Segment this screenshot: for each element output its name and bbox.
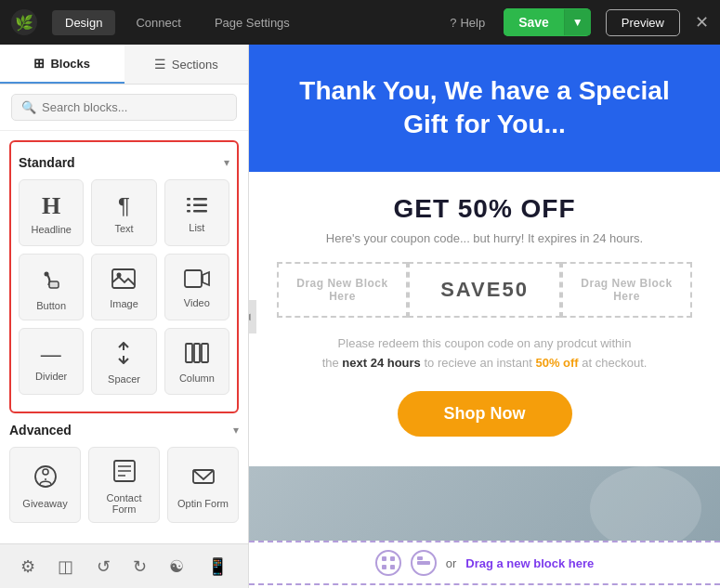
svg-rect-24 [390,556,395,561]
drag-block-left[interactable]: Drag New Block Here [277,262,408,318]
undo-icon[interactable]: ↺ [97,556,111,577]
button-icon [39,267,63,294]
svg-rect-25 [382,565,386,569]
redo-icon[interactable]: ↻ [133,556,147,577]
history-icon[interactable]: ☯ [169,556,184,577]
sections-tab-icon: ☰ [154,57,166,72]
block-divider[interactable]: — Divider [19,328,84,395]
collapse-arrow[interactable]: ◀ [249,300,256,333]
save-dropdown-button[interactable]: ▼ [564,9,591,35]
giveaway-icon [33,464,58,492]
help-button[interactable]: ? Help [450,16,485,30]
block-video[interactable]: Video [164,254,229,320]
search-bar: 🔍 [0,85,248,131]
svg-rect-4 [187,203,190,206]
top-nav: 🌿 Design Connect Page Settings ? Help Sa… [0,0,720,45]
optin-form-label: Optin Form [177,498,229,509]
button-label: Button [36,300,66,311]
standard-header: Standard ▾ [19,155,229,170]
settings-icon[interactable]: ⚙ [20,556,35,577]
drag-or-text: or [446,556,457,570]
svg-rect-1 [193,203,207,206]
headline-label: Headline [31,224,71,235]
hero-title: Thank You, We have a Special Gift for Yo… [286,74,683,142]
blocks-area: Standard ▾ H Headline ¶ Text [0,131,248,543]
left-panel: ⊞ Blocks ☰ Sections 🔍 Standard ▾ [0,45,249,588]
nav-tab-connect[interactable]: Connect [123,10,193,35]
svg-rect-15 [202,344,208,362]
column-icon [185,343,209,367]
layers-icon[interactable]: ◫ [58,556,73,577]
divider-label: Divider [35,371,67,382]
svg-rect-23 [382,556,386,561]
svg-rect-2 [193,210,207,213]
main-layout: ⊞ Blocks ☰ Sections 🔍 Standard ▾ [0,45,720,588]
drag-new-bar: or Drag a new block here [249,541,720,585]
page-hero: Thank You, We have a Special Gift for Yo… [249,45,720,172]
save-group: Save ▼ [504,8,591,36]
page-footer-image [249,466,720,541]
standard-title: Standard [19,155,75,170]
text-label: Text [114,223,133,234]
svg-rect-5 [187,210,190,213]
help-icon: ? [450,16,456,30]
search-input[interactable] [42,100,227,114]
preview-button[interactable]: Preview [606,9,680,36]
page-content: Thank You, We have a Special Gift for Yo… [249,45,720,588]
video-label: Video [184,297,210,308]
nav-tab-design[interactable]: Design [52,10,115,35]
block-spacer[interactable]: Spacer [91,328,156,395]
image-label: Image [110,298,138,309]
panel-tabs: ⊞ Blocks ☰ Sections [0,45,248,85]
coupon-row: Drag New Block Here SAVE50 Drag New Bloc… [277,262,692,318]
standard-blocks-grid: H Headline ¶ Text [19,179,229,395]
search-input-wrap: 🔍 [11,94,237,121]
search-icon: 🔍 [21,100,36,114]
save-button[interactable]: Save [504,8,564,36]
spacer-icon [113,342,134,368]
block-giveaway[interactable]: Giveaway [9,447,81,523]
advanced-header: Advanced ▾ [9,423,239,438]
block-image[interactable]: Image [91,254,156,320]
block-contact-form[interactable]: Contact Form [88,447,160,523]
svg-rect-26 [390,565,395,569]
drag-link-text[interactable]: Drag a new block here [465,556,594,570]
block-optin-form[interactable]: Optin Form [167,447,239,523]
block-text[interactable]: ¶ Text [91,179,156,246]
drag-layout-icon [411,550,437,576]
svg-rect-27 [417,561,430,565]
giveaway-label: Giveaway [22,498,67,509]
contact-form-icon [112,459,137,487]
column-label: Column [179,372,215,384]
advanced-chevron[interactable]: ▾ [233,424,239,437]
video-icon [184,269,210,292]
drag-block-right[interactable]: Drag New Block Here [561,262,692,318]
svg-point-6 [45,272,49,277]
close-button[interactable]: ✕ [695,12,709,33]
advanced-section: Advanced ▾ Gi [9,423,239,540]
mobile-icon[interactable]: 📱 [207,556,228,577]
contact-form-label: Contact Form [95,492,153,515]
image-icon [111,268,136,293]
tab-blocks[interactable]: ⊞ Blocks [0,45,124,84]
spacer-label: Spacer [108,373,140,385]
standard-chevron[interactable]: ▾ [224,156,229,169]
tab-sections[interactable]: ☰ Sections [124,45,249,84]
coupon-redeem: Please redeem this coupon code on any pr… [277,334,692,373]
shop-now-button[interactable]: Shop Now [398,391,572,437]
advanced-title: Advanced [9,423,72,438]
block-button[interactable]: Button [19,254,84,320]
list-label: List [189,222,204,233]
advanced-blocks-grid: Giveaway Contact Form [9,447,239,523]
svg-point-17 [43,469,48,475]
svg-rect-10 [185,270,202,287]
block-column[interactable]: Column [164,328,229,395]
svg-rect-3 [187,198,190,201]
block-list[interactable]: List [164,179,229,246]
svg-rect-14 [194,344,200,362]
drag-grid-icon [375,550,401,576]
logo: 🌿 [11,9,37,35]
nav-tab-page-settings[interactable]: Page Settings [202,10,303,35]
svg-rect-28 [417,556,423,560]
block-headline[interactable]: H Headline [19,179,84,246]
